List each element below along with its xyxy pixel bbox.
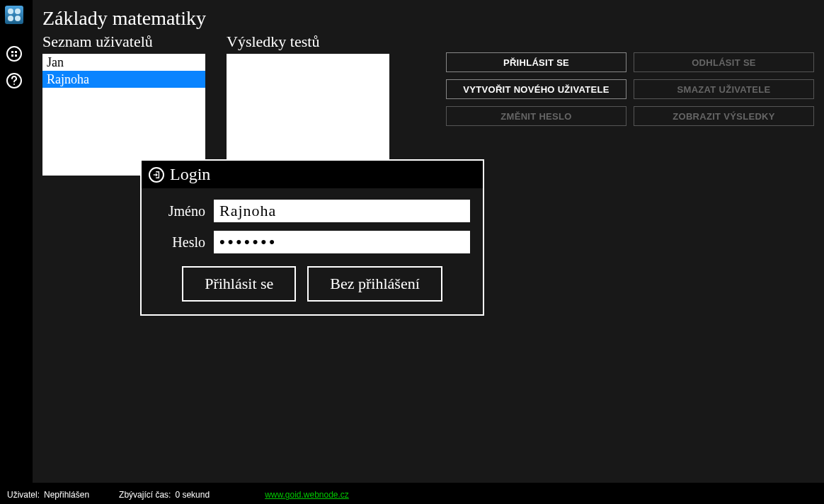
dialog-title: Login (170, 165, 210, 184)
show-results-button: ZOBRAZIT VÝSLEDKY (634, 106, 814, 126)
login-button[interactable]: PŘIHLÁSIT SE (446, 52, 626, 72)
dialog-login-button[interactable]: Přihlásit se (182, 266, 296, 302)
create-user-button[interactable]: VYTVOŘIT NOVÉHO UŽIVATELE (446, 79, 626, 99)
status-link[interactable]: www.goid.webnode.cz (265, 490, 349, 500)
list-item[interactable]: Jan (42, 54, 205, 71)
user-listbox[interactable]: Jan Rajnoha (42, 54, 205, 176)
status-time-value: 0 sekund (175, 490, 210, 500)
logout-button: ODHLÁSIT SE (634, 52, 814, 72)
username-label: Jméno (154, 203, 205, 219)
status-user-value: Nepřihlášen (44, 490, 89, 500)
results-header: Výsledky testů (227, 33, 389, 51)
login-dialog: Login Jméno Heslo Přihlásit se Bez přihl… (140, 159, 484, 316)
svg-point-6 (13, 84, 15, 85)
password-input[interactable] (214, 231, 470, 253)
svg-point-0 (7, 47, 21, 61)
svg-rect-2 (15, 51, 17, 53)
help-button[interactable] (4, 71, 24, 91)
status-user-label: Uživatel: (7, 490, 40, 500)
dialog-skip-button[interactable]: Bez přihlášení (307, 266, 442, 302)
list-item[interactable]: Rajnoha (42, 71, 205, 88)
status-bar: Uživatel: Nepřihlášen Zbývající čas: 0 s… (0, 486, 824, 504)
delete-user-button: SMAZAT UŽIVATELE (634, 79, 814, 99)
username-input[interactable] (214, 200, 470, 222)
svg-rect-1 (11, 51, 13, 53)
app-logo-icon (5, 6, 23, 24)
page-title: Základy matematiky (42, 7, 814, 30)
change-password-button: ZMĚNIT HESLO (446, 106, 626, 126)
home-grid-button[interactable] (4, 44, 24, 64)
left-icon-strip (0, 0, 28, 504)
login-icon (149, 167, 164, 183)
dialog-titlebar: Login (142, 161, 483, 188)
status-time-label: Zbývající čas: (119, 490, 171, 500)
results-listbox[interactable] (227, 54, 389, 176)
svg-rect-4 (15, 55, 17, 57)
svg-rect-3 (11, 55, 13, 57)
password-label: Heslo (154, 234, 205, 251)
users-header: Seznam uživatelů (42, 33, 205, 51)
